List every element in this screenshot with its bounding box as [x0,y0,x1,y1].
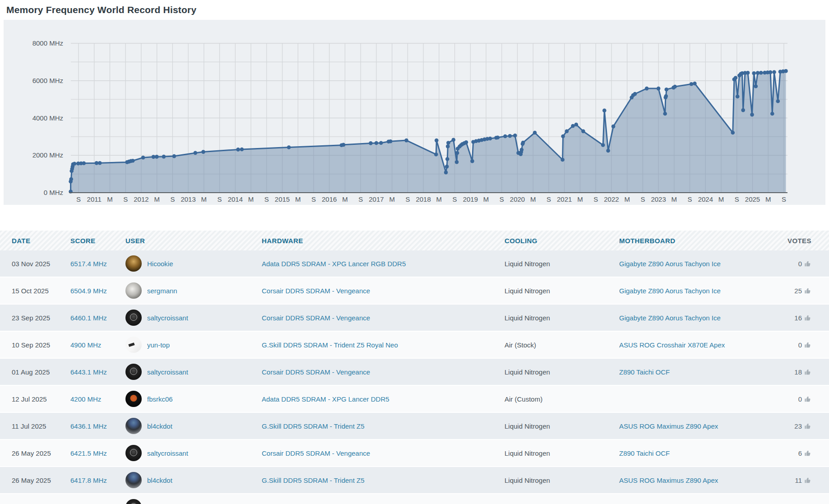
data-point[interactable] [435,139,439,143]
vote-thumbs-up-button[interactable] [802,449,811,457]
data-point[interactable] [565,129,569,134]
column-header-date[interactable]: DATE [7,237,66,245]
score-link[interactable]: 4200 MHz [70,395,101,403]
motherboard-link[interactable]: ASUS ROG Crosshair X870E Apex [619,341,725,349]
data-point[interactable] [750,113,754,117]
column-header-user[interactable]: USER [121,237,257,245]
vote-thumbs-up-button[interactable] [802,422,811,430]
data-point[interactable] [673,85,677,89]
data-point[interactable] [141,156,145,160]
hardware-link[interactable]: Adata DDR5 SDRAM - XPG Lancer DDR5 [262,395,389,403]
avatar[interactable] [125,418,142,434]
data-point[interactable] [741,108,745,112]
data-point[interactable] [693,82,697,86]
data-point[interactable] [602,109,607,113]
data-point[interactable] [496,135,500,139]
score-link[interactable]: 6460.1 MHz [70,314,107,322]
data-point[interactable] [375,141,379,145]
vote-thumbs-up-button[interactable] [802,260,811,268]
avatar[interactable] [125,391,142,407]
data-point[interactable] [756,71,760,75]
data-point[interactable] [444,171,448,175]
data-point[interactable] [508,134,512,138]
motherboard-link[interactable]: ASUS ROG Maximus Z890 Apex [619,422,718,430]
data-point[interactable] [194,151,198,155]
vote-thumbs-up-button[interactable] [802,395,811,403]
data-point[interactable] [464,140,468,144]
data-point[interactable] [201,150,205,154]
hardware-link[interactable]: G.Skill DDR5 SDRAM - Trident Z5 [262,422,365,430]
vote-thumbs-up-button[interactable] [802,476,811,484]
column-header-motherboard[interactable]: MOTHERBOARD [615,237,783,245]
data-point[interactable] [513,134,517,138]
data-point[interactable] [236,148,240,152]
motherboard-link[interactable]: Gigabyte Z890 Aorus Tachyon Ice [619,314,721,322]
data-point[interactable] [446,141,450,145]
data-point[interactable] [240,148,244,152]
avatar[interactable] [125,445,142,461]
data-point[interactable] [776,99,780,103]
data-point[interactable] [560,158,565,162]
data-point[interactable] [131,159,135,163]
user-link[interactable]: saltycroissant [147,368,188,376]
data-point[interactable] [503,134,507,139]
avatar[interactable] [125,472,142,488]
data-point[interactable] [342,143,346,147]
data-point[interactable] [611,125,616,129]
data-point[interactable] [601,143,605,147]
data-point[interactable] [445,165,449,169]
user-link[interactable]: saltycroissant [147,449,188,457]
avatar[interactable] [125,337,142,353]
data-point[interactable] [379,141,383,145]
motherboard-link[interactable]: Z890 Taichi OCF [619,368,670,376]
data-point[interactable] [736,95,740,99]
score-link[interactable]: 6417.8 MHz [70,476,107,484]
score-link[interactable]: 6504.9 MHz [70,287,107,295]
data-point[interactable] [665,88,669,92]
data-point[interactable] [663,112,667,116]
user-link[interactable]: fbsrkc06 [147,395,173,403]
data-point[interactable] [82,162,86,166]
data-point[interactable] [488,137,492,141]
motherboard-link[interactable]: Gigabyte Z890 Aorus Tachyon Ice [619,287,721,295]
data-point[interactable] [574,123,579,127]
column-header-hardware[interactable]: HARDWARE [257,237,500,245]
data-point[interactable] [446,144,450,148]
data-point[interactable] [690,82,694,86]
data-point[interactable] [752,71,756,75]
data-point[interactable] [645,87,649,91]
hardware-link[interactable]: Corsair DDR5 SDRAM - Vengeance [262,368,370,376]
data-point[interactable] [455,160,459,164]
data-point[interactable] [520,148,524,152]
vote-thumbs-up-button[interactable] [802,287,811,295]
hardware-link[interactable]: Corsair DDR5 SDRAM - Vengeance [262,287,370,295]
data-point[interactable] [581,129,585,134]
data-point[interactable] [369,141,373,145]
data-point[interactable] [521,141,525,145]
data-point[interactable] [664,94,668,98]
data-point[interactable] [98,161,102,165]
data-point[interactable] [162,155,166,159]
avatar[interactable] [125,255,142,272]
hardware-link[interactable]: Corsair DDR5 SDRAM - Vengeance [262,449,370,457]
data-point[interactable] [287,145,291,149]
column-header-score[interactable]: SCORE [66,237,121,245]
data-point[interactable] [172,154,176,158]
user-link[interactable]: Hicookie [147,260,173,268]
data-point[interactable] [754,84,758,88]
motherboard-link[interactable]: Gigabyte Z890 Aorus Tachyon Ice [619,260,721,268]
data-point[interactable] [445,157,449,161]
data-point[interactable] [434,153,438,157]
vote-thumbs-up-button[interactable] [802,368,811,376]
data-point[interactable] [759,71,763,75]
score-link[interactable]: 6421.5 MHz [70,449,107,457]
hardware-link[interactable]: Adata DDR5 SDRAM - XPG Lancer RGB DDR5 [262,260,406,268]
vote-thumbs-up-button[interactable] [802,314,811,322]
data-point[interactable] [455,151,459,155]
data-point[interactable] [389,139,393,143]
data-point[interactable] [470,159,474,163]
column-header-votes[interactable]: VOTES [783,237,829,245]
avatar[interactable] [125,282,142,299]
score-link[interactable]: 6443.1 MHz [70,368,107,376]
score-link[interactable]: 4900 MHz [70,341,101,349]
